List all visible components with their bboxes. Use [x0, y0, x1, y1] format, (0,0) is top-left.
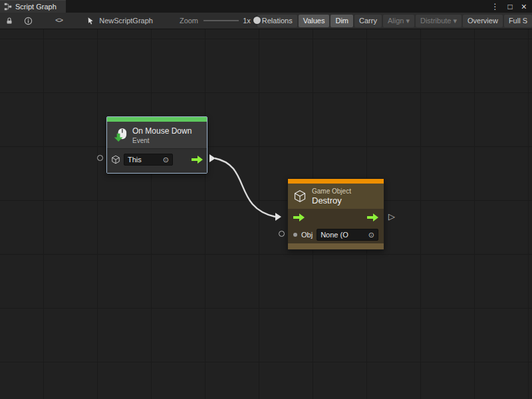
wire-arrowhead: [275, 213, 281, 221]
connection-wire[interactable]: [215, 158, 275, 217]
destroy-node-supertitle: Game Object: [312, 188, 351, 195]
zoom-slider-track[interactable]: [203, 20, 239, 21]
align-dropdown[interactable]: Align ▾: [383, 15, 414, 27]
graph-asset-icon: [87, 17, 96, 25]
zoom-label: Zoom: [180, 17, 198, 25]
relations-button[interactable]: Relations: [257, 15, 297, 27]
graph-canvas[interactable]: On Mouse Down Event This ⊙: [0, 29, 532, 399]
window-menu-button[interactable]: ⋮: [491, 3, 499, 11]
destroy-obj-port-circle[interactable]: [279, 231, 285, 237]
overview-button[interactable]: Overview: [463, 15, 503, 27]
obj-param-label: Obj: [301, 231, 313, 239]
lock-button[interactable]: [3, 15, 15, 27]
code-view-button[interactable]: <>: [53, 15, 65, 27]
mouse-down-icon: [112, 128, 128, 143]
maximize-button[interactable]: □: [508, 3, 513, 11]
dim-button[interactable]: Dim: [331, 15, 353, 27]
game-object-cube-icon: [293, 190, 307, 203]
fullscreen-button[interactable]: Full S: [504, 15, 532, 27]
destroy-output-trigger-triangle[interactable]: ▷: [388, 212, 395, 221]
target-field-value: This: [128, 156, 142, 164]
destroy-node-accent-strip: [288, 179, 384, 184]
distribute-dropdown[interactable]: Distribute ▾: [416, 15, 462, 27]
info-button[interactable]: [22, 15, 35, 27]
wire-layer: [0, 29, 532, 399]
event-node-accent-strip: [107, 117, 207, 122]
graph-toolbar: <> NewScriptGraph Zoom 1x Relations Valu…: [0, 13, 532, 29]
event-node-header[interactable]: On Mouse Down Event: [107, 122, 207, 148]
destroy-node-header[interactable]: Game Object Destroy: [288, 184, 384, 209]
target-picker-icon[interactable]: ⊙: [163, 156, 169, 164]
obj-object-field-value: None (O: [321, 231, 348, 239]
node-on-mouse-down[interactable]: On Mouse Down Event This ⊙: [106, 116, 207, 174]
script-graph-icon: [4, 3, 12, 11]
event-output-trigger-arrow[interactable]: [209, 154, 215, 162]
window-controls: ⋮ □ ×: [491, 0, 532, 13]
zoom-value: 1x: [243, 17, 251, 25]
destroy-obj-row: Obj None (O ⊙: [288, 226, 384, 243]
target-field[interactable]: This ⊙: [124, 154, 173, 166]
script-graph-window: Script Graph ⋮ □ × <>: [0, 0, 532, 399]
toolbar-buttons: Relations Values Dim Carry Align ▾ Distr…: [257, 15, 532, 27]
zoom-slider[interactable]: [203, 16, 239, 25]
flow-input-port[interactable]: [293, 213, 305, 221]
graph-name-label: NewScriptGraph: [99, 17, 153, 25]
tab-bar: Script Graph ⋮ □ ×: [0, 0, 532, 13]
obj-input-dot[interactable]: [293, 233, 297, 237]
object-picker-icon[interactable]: ⊙: [368, 231, 374, 239]
graph-asset-selector[interactable]: NewScriptGraph: [87, 17, 153, 25]
tab-title: Script Graph: [15, 3, 57, 11]
flow-output-port[interactable]: [367, 213, 378, 221]
event-node-body: This ⊙: [107, 148, 207, 173]
carry-button[interactable]: Carry: [354, 15, 382, 27]
node-destroy[interactable]: Game Object Destroy Obj None (O ⊙: [287, 178, 384, 250]
event-node-title: On Mouse Down: [132, 126, 192, 136]
obj-object-field[interactable]: None (O ⊙: [317, 229, 378, 241]
values-button[interactable]: Values: [299, 15, 330, 27]
destroy-node-footer: [288, 243, 384, 249]
flow-output-port[interactable]: [192, 156, 203, 164]
zoom-slider-handle[interactable]: [253, 17, 261, 24]
event-node-subtitle: Event: [132, 137, 192, 144]
destroy-node-title: Destroy: [312, 196, 351, 205]
event-input-port-circle[interactable]: [97, 155, 103, 161]
close-button[interactable]: ×: [521, 2, 527, 11]
tab-script-graph[interactable]: Script Graph: [0, 0, 66, 13]
destroy-flow-row: [288, 209, 384, 226]
cube-icon: [111, 155, 120, 164]
